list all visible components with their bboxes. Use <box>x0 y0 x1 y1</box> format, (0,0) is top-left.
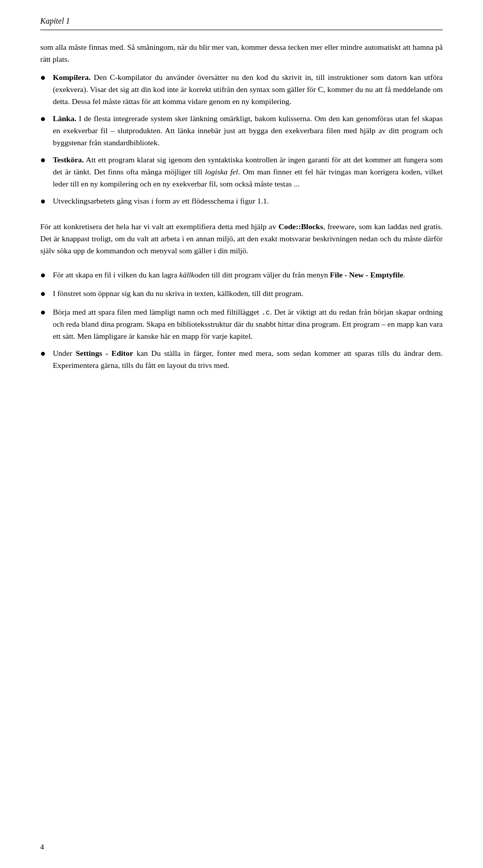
page-header: Kapitel 1 <box>40 15 443 30</box>
list-item-settings: ● Under Settings - Editor kan Du ställa … <box>40 347 443 371</box>
kompilera-label: Kompilera. <box>53 73 91 81</box>
list-item-skapa-fil: ● För att skapa en fil i vilken du kan l… <box>40 269 443 282</box>
lanka-label: Länka. <box>53 114 76 123</box>
spara-text: Börja med att spara filen med lämpligt n… <box>53 306 443 343</box>
spara-before: Börja med att spara filen med lämpligt n… <box>53 308 262 316</box>
list-item-utveckling: ● Utvecklingsarbetets gång visas i form … <box>40 195 443 209</box>
lanka-body: I de flesta integrerade system sker länk… <box>53 114 443 147</box>
settings-before: Under <box>53 349 76 357</box>
settings-text: Under Settings - Editor kan Du ställa in… <box>53 347 443 371</box>
list-item-borja-spara: ● Börja med att spara filen med lämpligt… <box>40 306 443 343</box>
bullet-icon: ● <box>40 195 46 209</box>
middle-text-before: För att konkretisera det hela har vi val… <box>40 222 279 231</box>
utveckling-text: Utvecklingsarbetets gång visas i form av… <box>53 195 443 207</box>
bullet-icon: ● <box>40 287 46 301</box>
bullet-icon: ● <box>40 112 46 126</box>
skapa-after: . <box>403 270 405 279</box>
dot-c-code: .c <box>262 309 270 317</box>
bullet-icon: ● <box>40 153 46 167</box>
list-item-kompilera: ● Kompilera. Den C-kompilator du använde… <box>40 71 443 108</box>
kompilera-body: Den C-kompilator du använder översätter … <box>53 73 443 106</box>
page-content: som alla måste finnas med. Så småningom,… <box>40 41 443 372</box>
main-bullet-list: ● Kompilera. Den C-kompilator du använde… <box>40 71 443 209</box>
lanka-text: Länka. I de flesta integrerade system sk… <box>53 113 443 149</box>
codeblocks-label: Code::Blocks <box>279 222 324 231</box>
intro-paragraph: som alla måste finnas med. Så småningom,… <box>40 41 443 65</box>
list-item-fonstret: ● I fönstret som öppnar sig kan du nu sk… <box>40 287 443 301</box>
list-item-testkora: ● Testköra. Att ett program klarat sig i… <box>40 154 443 190</box>
bullet-icon: ● <box>40 306 46 320</box>
skapa-middle: till ditt program väljer du från menyn <box>210 270 330 279</box>
page-footer: 4 <box>40 841 44 853</box>
testkora-italic: logiska fel <box>205 167 238 176</box>
testkora-text: Testköra. Att ett program klarat sig ige… <box>53 154 443 190</box>
skapa-before: För att skapa en fil i vilken du kan lag… <box>53 270 179 279</box>
file-new-bold: File - New - Emptyfile <box>330 270 404 279</box>
fonstret-text: I fönstret som öppnar sig kan du nu skri… <box>53 287 443 300</box>
testkora-label: Testköra. <box>53 155 84 164</box>
list-item-lanka: ● Länka. I de flesta integrerade system … <box>40 113 443 149</box>
page: Kapitel 1 som alla måste finnas med. Så … <box>0 0 483 868</box>
skapa-fil-text: För att skapa en fil i vilken du kan lag… <box>53 269 443 281</box>
middle-paragraph: För att konkretisera det hela har vi val… <box>40 221 443 257</box>
lower-bullet-list: ● För att skapa en fil i vilken du kan l… <box>40 269 443 372</box>
kompilera-text: Kompilera. Den C-kompilator du använder … <box>53 71 443 108</box>
bullet-icon: ● <box>40 71 46 85</box>
bullet-icon: ● <box>40 347 46 361</box>
bullet-icon: ● <box>40 268 46 282</box>
kallkoden-italic: källkoden <box>179 270 209 279</box>
settings-editor-bold: Settings - Editor <box>75 349 133 357</box>
page-number: 4 <box>40 843 44 851</box>
chapter-title: Kapitel 1 <box>40 17 70 25</box>
